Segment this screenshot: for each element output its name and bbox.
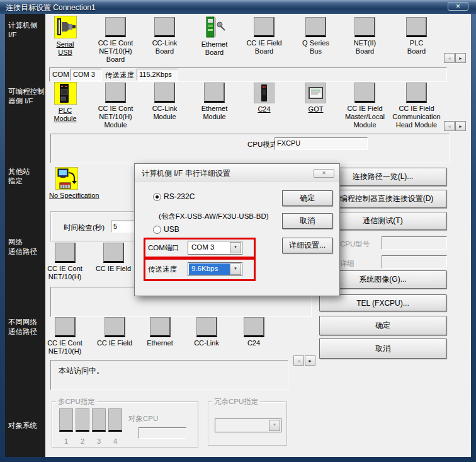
device-label: CC IE Field Communication Head Module [392, 105, 441, 129]
device-label: C24 [229, 339, 278, 347]
com-port-highlight-annotation [144, 238, 256, 258]
c24-icon [254, 83, 275, 103]
device-label: Ethernet Board [190, 40, 239, 57]
com-value-field: COM 3 [71, 69, 102, 81]
redundant-cpu-group: 冗余CPU指定 ▼ [208, 401, 287, 446]
cpu-slot-number: 1 [59, 437, 73, 445]
module-icon [103, 243, 124, 263]
device-label: C24 [239, 105, 289, 113]
device-ccie-cont-module[interactable]: CC IE Cont NET/10(H) Module [91, 83, 140, 129]
got-icon [305, 83, 326, 103]
detail-label: 详细 [340, 259, 354, 269]
no-specification-icon [55, 167, 78, 190]
detail-setup-button[interactable]: 详细设置... [282, 238, 332, 253]
device-label: CC IE Field [90, 339, 139, 347]
device-label: CC IE Cont NET/10(H) [42, 265, 88, 281]
pc-if-scroll-buttons: ◄ ► [444, 53, 466, 63]
module-icon [154, 83, 175, 103]
cpu-slot-4 [108, 408, 122, 432]
sidebar-label-diff-network-route: 不同网络 通信路径 [8, 318, 37, 337]
scroll-left-icon[interactable]: ◄ [293, 355, 304, 366]
device-ethernet-module[interactable]: Ethernet Module [190, 83, 239, 121]
cpu-mode-panel: CPU模式 FXCPU [50, 134, 450, 163]
device-net2-board[interactable]: NET(II) Board [340, 17, 390, 55]
ok-button[interactable]: 确定 [319, 316, 446, 335]
dialog-ok-button[interactable]: 确定 [282, 190, 332, 206]
board-icon [154, 17, 175, 37]
com-label: COM [52, 71, 69, 78]
scroll-right-icon[interactable]: ► [455, 53, 466, 63]
device-ccie-field-master-local[interactable]: CC IE Field Master/Local Module [340, 83, 390, 129]
net-route-ccie-field[interactable]: CC IE Field [88, 243, 139, 273]
diff-net-cclink[interactable]: CC-Link [182, 317, 231, 347]
diff-net-ccie-cont[interactable]: CC IE Cont NET/10(H) [40, 317, 89, 355]
device-plc-board[interactable]: PLC Board [392, 17, 441, 55]
window-titlebar: 连接目标设置 Connection1 ✕ [0, 0, 476, 14]
device-cclink-module[interactable]: CC-Link Module [140, 83, 190, 121]
module-icon [354, 83, 375, 103]
scroll-right-icon[interactable]: ► [455, 121, 466, 131]
module-icon [55, 243, 76, 263]
dialog-cancel-button[interactable]: 取消 [282, 213, 332, 229]
device-label: CC IE Cont NET/10(H) Module [91, 105, 140, 129]
time-check-label: 时间检查(秒) [64, 223, 105, 233]
usb-radio[interactable] [153, 226, 161, 234]
dialog-titlebar: 计算机侧 I/F 串行详细设置 ✕ [135, 164, 339, 182]
device-ccie-cont-board[interactable]: CC IE Cont NET/10(H) Board [91, 17, 140, 64]
board-icon [105, 17, 126, 37]
device-plc-module[interactable]: PLC Module [40, 82, 90, 123]
device-label: CC-Link Module [140, 105, 190, 121]
cancel-button[interactable]: 取消 [319, 338, 446, 359]
cpu-slot-3 [92, 408, 106, 432]
plc-if-scroll-buttons: ◄ ► [444, 121, 466, 131]
dialog-close-button[interactable]: ✕ [314, 169, 334, 178]
diff-net-c24[interactable]: C24 [229, 317, 278, 347]
baud-rate-highlight-annotation [144, 258, 256, 281]
cpu-slot-2 [76, 408, 89, 432]
device-no-specification[interactable]: No Specification [49, 167, 137, 200]
diff-net-ccie-field[interactable]: CC IE Field [90, 317, 139, 347]
net-route-ccie-cont[interactable]: CC IE Cont NET/10(H) [42, 243, 88, 281]
tel-button[interactable]: TEL (FXCPU)... [319, 294, 446, 311]
device-label: No Specification [49, 192, 137, 200]
device-label: GOT [291, 105, 341, 113]
device-c24[interactable]: C24 [239, 83, 289, 113]
multi-cpu-group: 多CPU指定 1 2 3 4 对象CPU [52, 401, 198, 448]
sidebar-label-plc-if: 可编程控制 器侧 I/F [8, 87, 45, 106]
sidebar-label-network-route: 网络 通信路径 [8, 238, 37, 257]
module-icon [55, 317, 76, 337]
cpu-model-label: CPU型号 [340, 240, 370, 249]
device-ccie-field-board[interactable]: CC IE Field Board [239, 17, 289, 55]
device-label: Ethernet [135, 339, 184, 347]
device-q-series-bus[interactable]: Q Series Bus [291, 17, 341, 55]
scroll-left-icon[interactable]: ◄ [444, 53, 455, 63]
target-cpu-field [139, 427, 186, 439]
device-label: PLC Board [392, 39, 441, 55]
device-got[interactable]: GOT [291, 83, 341, 113]
sidebar-label-other-station: 其他站 指定 [8, 167, 30, 186]
usb-radio-label: USB [164, 225, 179, 234]
board-icon [406, 17, 427, 37]
com-info-bar: COM COM 3 传送速度 115.2Kbps [49, 67, 447, 82]
access-status-panel: 本站访问中。 [50, 360, 288, 390]
scroll-right-icon[interactable]: ► [305, 355, 315, 366]
access-status-text: 本站访问中。 [59, 366, 104, 376]
board-icon [354, 17, 375, 37]
target-cpu-label: 对象CPU [128, 414, 158, 424]
scroll-left-icon[interactable]: ◄ [444, 121, 455, 131]
rs232c-radio[interactable] [153, 193, 161, 201]
module-icon [150, 317, 171, 337]
module-icon [105, 317, 125, 337]
device-ethernet-board[interactable]: Ethernet Board [190, 16, 239, 57]
diff-net-ethernet[interactable]: Ethernet [135, 317, 184, 347]
device-ccie-field-comm-head[interactable]: CC IE Field Communication Head Module [392, 83, 441, 129]
device-cclink-board[interactable]: CC-Link Board [140, 17, 190, 55]
rs232c-radio-label: RS-232C [164, 192, 195, 201]
ethernet-board-icon [203, 16, 225, 38]
module-icon [244, 317, 264, 337]
device-serial-usb[interactable]: Serial USB [40, 16, 90, 57]
window-close-button[interactable]: ✕ [448, 2, 468, 11]
redundant-cpu-select: ▼ [215, 419, 281, 432]
detail-field [382, 255, 447, 269]
chevron-down-icon: ▼ [269, 420, 280, 431]
